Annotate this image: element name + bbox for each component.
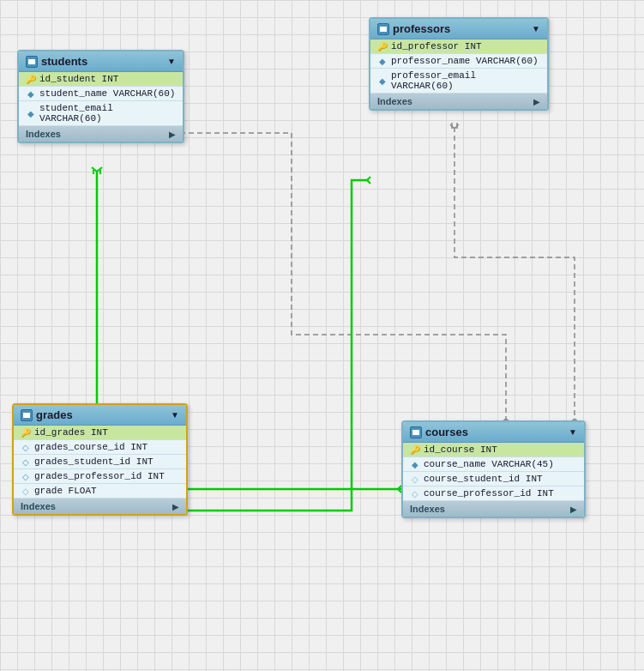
- grades-col-2: ◇ grades_student_id INT: [14, 455, 186, 469]
- grades-indexes-arrow: ▶: [172, 502, 179, 511]
- grades-table-name: grades: [36, 408, 73, 421]
- grades-col-2-text: grades_student_id INT: [34, 456, 153, 467]
- professors-col-2: ◆ professor_email VARCHAR(60): [370, 69, 547, 94]
- students-col-2-text: student_email VARCHAR(60): [39, 103, 176, 124]
- fk-icon-grades-4: ◇: [21, 487, 31, 496]
- professors-col-2-text: professor_email VARCHAR(60): [391, 70, 540, 91]
- students-col-0-text: id_student INT: [39, 74, 118, 84]
- professors-col-0-text: id_professor INT: [391, 41, 482, 51]
- grades-indexes-label: Indexes: [21, 501, 56, 511]
- fk-icon-grades-2: ◇: [21, 457, 31, 467]
- courses-col-0: 🔑 id_course INT: [403, 443, 584, 457]
- courses-indexes[interactable]: Indexes ▶: [403, 501, 584, 517]
- courses-indexes-arrow: ▶: [570, 505, 577, 514]
- courses-col-1-text: course_name VARCHAR(45): [424, 459, 554, 469]
- table-grades[interactable]: grades ▼ 🔑 id_grades INT ◇ grades_course…: [12, 403, 188, 516]
- grades-col-4: ◇ grade FLOAT: [14, 484, 186, 499]
- courses-header: courses ▼: [403, 422, 584, 443]
- svg-line-23: [454, 124, 459, 129]
- professors-table-icon: [377, 23, 389, 35]
- students-table-icon: [26, 56, 38, 68]
- courses-col-1: ◆ course_name VARCHAR(45): [403, 457, 584, 472]
- professors-indexes-arrow: ▶: [533, 97, 540, 106]
- courses-indexes-label: Indexes: [410, 504, 445, 514]
- professors-table-name: professors: [393, 22, 450, 35]
- table-professors[interactable]: professors ▼ 🔑 id_professor INT ◆ profes…: [369, 17, 549, 111]
- students-indexes-label: Indexes: [26, 129, 61, 139]
- students-col-1: ◆ student_name VARCHAR(60): [19, 87, 183, 101]
- grades-col-0-text: id_grades INT: [34, 427, 108, 438]
- professors-col-1: ◆ professor_name VARCHAR(60): [370, 54, 547, 69]
- fk-icon-courses-1: ◆: [410, 460, 420, 469]
- professors-indexes-label: Indexes: [377, 96, 412, 106]
- grades-col-0: 🔑 id_grades INT: [14, 426, 186, 440]
- fk-icon-courses-2: ◇: [410, 475, 420, 484]
- courses-col-0-text: id_course INT: [424, 444, 497, 455]
- grades-col-4-text: grade FLOAT: [34, 486, 97, 496]
- professors-col-0: 🔑 id_professor INT: [370, 39, 547, 54]
- professors-col-1-text: professor_name VARCHAR(60): [391, 56, 539, 66]
- grades-header: grades ▼: [14, 405, 186, 426]
- svg-line-31: [367, 180, 370, 184]
- courses-col-2-text: course_student_id INT: [424, 474, 543, 484]
- grades-col-3: ◇ grades_professor_id INT: [14, 469, 186, 484]
- grades-indexes[interactable]: Indexes ▶: [14, 499, 186, 514]
- courses-table-icon: [410, 426, 422, 438]
- students-col-0: 🔑 id_student INT: [19, 72, 183, 87]
- students-indexes-arrow: ▶: [169, 130, 176, 139]
- grades-dropdown-arrow[interactable]: ▼: [171, 410, 179, 420]
- courses-col-2: ◇ course_student_id INT: [403, 472, 584, 487]
- svg-line-30: [367, 177, 370, 180]
- fk-icon-prof-2: ◆: [377, 76, 388, 86]
- grades-col-1-text: grades_course_id INT: [34, 442, 147, 452]
- pk-icon-grades: 🔑: [21, 428, 31, 438]
- grades-col-3-text: grades_professor_id INT: [34, 471, 165, 481]
- courses-col-3-text: course_professor_id INT: [424, 488, 554, 499]
- courses-table-name: courses: [425, 426, 468, 438]
- students-table-name: students: [41, 55, 87, 68]
- professors-header: professors ▼: [370, 19, 547, 39]
- students-dropdown-arrow[interactable]: ▼: [167, 57, 176, 66]
- fk-icon-grades-3: ◇: [21, 472, 31, 481]
- table-students[interactable]: students ▼ 🔑 id_student INT ◆ student_na…: [17, 50, 184, 143]
- students-col-2: ◆ student_email VARCHAR(60): [19, 101, 183, 126]
- svg-line-2: [97, 167, 102, 172]
- fk-icon-courses-3: ◇: [410, 489, 420, 499]
- fk-icon-grades-1: ◇: [21, 443, 31, 452]
- students-header: students ▼: [19, 51, 183, 72]
- pk-icon-courses: 🔑: [410, 445, 420, 455]
- fk-icon-prof-1: ◆: [377, 57, 388, 66]
- professors-indexes[interactable]: Indexes ▶: [370, 94, 547, 109]
- professors-dropdown-arrow[interactable]: ▼: [532, 24, 540, 33]
- courses-col-3: ◇ course_professor_id INT: [403, 487, 584, 501]
- students-indexes[interactable]: Indexes ▶: [19, 126, 183, 142]
- fk-icon-2: ◆: [26, 109, 36, 118]
- fk-icon-1: ◆: [26, 89, 36, 99]
- svg-line-22: [450, 124, 454, 129]
- students-col-1-text: student_name VARCHAR(60): [39, 88, 175, 99]
- courses-dropdown-arrow[interactable]: ▼: [569, 427, 577, 437]
- grades-table-icon: [21, 409, 33, 421]
- table-courses[interactable]: courses ▼ 🔑 id_course INT ◆ course_name …: [401, 420, 586, 518]
- grades-col-1: ◇ grades_course_id INT: [14, 440, 186, 455]
- svg-line-1: [92, 167, 97, 172]
- pk-icon-prof: 🔑: [377, 42, 388, 51]
- pk-icon: 🔑: [26, 75, 36, 84]
